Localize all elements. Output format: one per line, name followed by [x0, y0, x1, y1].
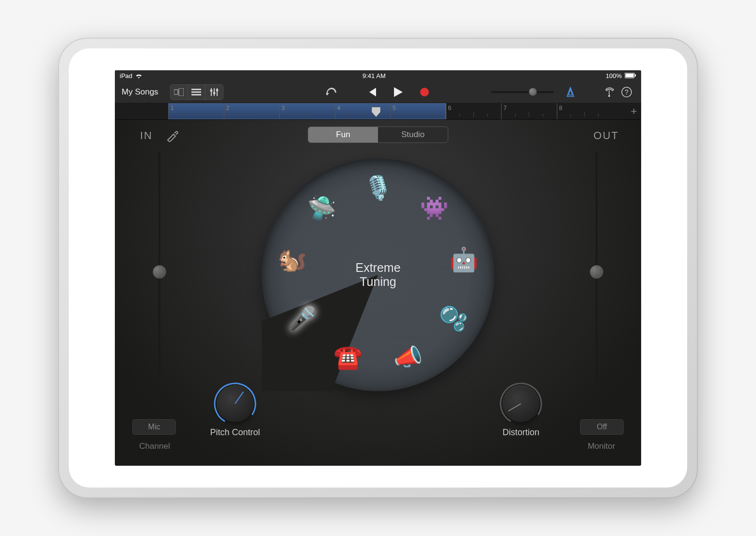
battery-icon — [625, 73, 636, 79]
my-songs-button[interactable]: My Songs — [122, 87, 158, 97]
preset-telephone[interactable]: ☎️ — [331, 340, 365, 374]
bar-marker: 1 — [168, 103, 174, 119]
svg-point-8 — [210, 89, 212, 92]
svg-rect-7 — [191, 94, 201, 95]
status-bar: iPad 9:41 AM 100% — [115, 70, 641, 81]
input-label: IN — [140, 129, 153, 142]
monitor-label: Monitor — [572, 441, 630, 451]
device-label: iPad — [120, 72, 132, 79]
undo-button[interactable] — [318, 85, 345, 99]
bar-marker: 6 — [446, 103, 452, 119]
play-button[interactable] — [385, 85, 411, 99]
pitch-control-knob[interactable] — [217, 385, 253, 422]
distortion-knob[interactable] — [503, 385, 539, 422]
preset-bullhorn[interactable]: 📣 — [391, 340, 425, 374]
bar-marker: 2 — [224, 103, 230, 119]
input-slider-thumb[interactable] — [153, 265, 166, 279]
add-section-button[interactable]: + — [627, 103, 641, 119]
app-screen: iPad 9:41 AM 100% My Songs — [115, 70, 641, 466]
monitor-button[interactable]: Off — [580, 419, 624, 435]
output-slider-thumb[interactable] — [590, 265, 603, 279]
bar-marker: 5 — [390, 103, 396, 119]
preset-extreme-tuning[interactable]: 🎤 — [285, 301, 319, 335]
help-button[interactable]: ? — [619, 85, 634, 99]
go-to-start-button[interactable] — [359, 85, 385, 99]
volume-thumb[interactable] — [529, 88, 537, 96]
svg-point-9 — [213, 92, 215, 94]
preset-chipmunk[interactable]: 🐿️ — [275, 243, 309, 277]
view-button-group — [170, 84, 223, 100]
mode-segmented-control: Fun Studio — [308, 126, 448, 143]
preset-name-label: ExtremeTuning — [355, 261, 400, 289]
pitch-control-label: Pitch Control — [201, 427, 269, 438]
clock: 9:41 AM — [362, 72, 386, 79]
svg-text:?: ? — [625, 88, 629, 96]
input-level-slider[interactable] — [158, 151, 160, 379]
preset-clean-mic[interactable]: 🎙️ — [361, 171, 395, 205]
svg-point-13 — [608, 95, 610, 97]
svg-rect-2 — [635, 74, 636, 77]
instrument-view: IN OUT Fun Studio — [115, 120, 641, 466]
metronome-button[interactable] — [561, 85, 580, 99]
record-button[interactable] — [411, 85, 438, 99]
transport-controls — [318, 85, 438, 99]
bar-marker: 8 — [557, 103, 563, 119]
channel-label: Channel — [126, 441, 184, 451]
app-toolbar: My Songs — [115, 81, 641, 103]
settings-button[interactable] — [599, 85, 619, 99]
playhead[interactable] — [372, 107, 380, 118]
tab-studio[interactable]: Studio — [378, 127, 448, 142]
output-label: OUT — [594, 129, 619, 142]
bar-marker: 4 — [335, 103, 341, 119]
channel-button[interactable]: Mic — [132, 419, 176, 435]
svg-point-10 — [216, 89, 218, 91]
bar-marker: 3 — [279, 103, 285, 119]
svg-rect-3 — [174, 90, 178, 95]
svg-rect-1 — [625, 74, 633, 78]
bar-marker: 7 — [501, 103, 507, 119]
svg-point-11 — [420, 88, 429, 96]
cycle-region[interactable] — [168, 103, 446, 119]
tracks-button[interactable] — [188, 85, 205, 99]
battery-percent: 100% — [606, 72, 622, 79]
svg-rect-5 — [191, 89, 201, 90]
distortion-label: Distortion — [487, 427, 555, 438]
timeline-ruler[interactable]: 12345678 + — [115, 103, 641, 120]
master-volume-slider[interactable] — [491, 91, 554, 93]
wifi-icon — [135, 73, 142, 79]
voice-preset-wheel[interactable]: ExtremeTuning 🎙️👾🤖🫧📣☎️🎤🐿️🛸 — [262, 158, 494, 391]
ipad-device-frame: iPad 9:41 AM 100% My Songs — [58, 38, 698, 498]
preset-monster[interactable]: 👾 — [417, 191, 451, 225]
svg-rect-4 — [179, 88, 184, 96]
input-jack-icon[interactable] — [166, 128, 179, 144]
preset-alien[interactable]: 🛸 — [305, 191, 339, 225]
preset-robot[interactable]: 🤖 — [447, 243, 481, 277]
preset-dreamy[interactable]: 🫧 — [437, 301, 471, 335]
output-level-slider[interactable] — [596, 151, 598, 379]
browser-button[interactable] — [171, 85, 188, 99]
svg-rect-6 — [191, 91, 201, 93]
tab-fun[interactable]: Fun — [308, 127, 378, 142]
mixer-button[interactable] — [205, 85, 223, 99]
